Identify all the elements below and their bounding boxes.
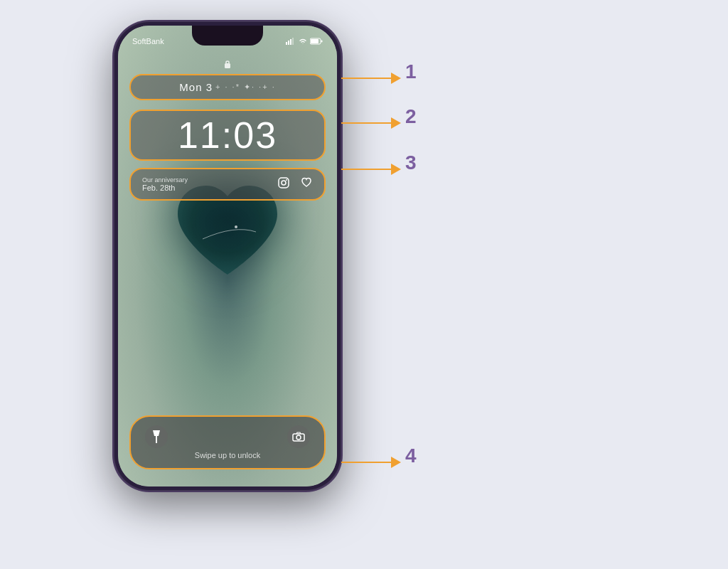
battery-icon [310, 38, 323, 45]
phone-screen: SoftBank [118, 26, 337, 486]
arrow-line-1 [341, 78, 391, 79]
arrow-line-2 [341, 122, 391, 124]
annotations: 1 2 3 4 [0, 0, 728, 569]
wifi-icon [299, 38, 307, 45]
svg-point-0 [235, 225, 237, 228]
lock-icon [224, 60, 231, 68]
annotation-1: 1 [405, 60, 417, 83]
status-bar: SoftBank [118, 26, 337, 57]
lock-icon-row [118, 60, 337, 68]
date-decoration: + · ·* ✦· ·+ · [215, 83, 276, 92]
arrow-head-4 [391, 457, 401, 468]
camera-button[interactable] [287, 425, 310, 448]
time-display: 11:03 [178, 117, 277, 154]
svg-rect-7 [321, 41, 323, 43]
date-text: Mon 3 [179, 81, 213, 93]
arrow-3 [341, 164, 401, 175]
arrow-2 [341, 117, 401, 129]
heart-icon [300, 176, 313, 192]
svg-rect-8 [225, 63, 230, 68]
anniversary-label: Our anniversary [142, 176, 188, 184]
arrow-head-3 [391, 164, 401, 175]
svg-rect-9 [279, 178, 289, 188]
annotation-2: 2 [405, 105, 417, 128]
instagram-icon [277, 176, 290, 192]
arrow-head-2 [391, 117, 401, 129]
arrow-head-1 [391, 73, 401, 84]
anniversary-icons [277, 176, 313, 192]
phone: SoftBank [114, 21, 341, 491]
svg-rect-4 [292, 38, 294, 45]
svg-point-14 [296, 435, 301, 440]
arrow-line-4 [341, 462, 391, 463]
widget-date[interactable]: Mon 3 + · ·* ✦· ·+ · [129, 74, 326, 100]
status-icons [286, 38, 323, 45]
anniversary-info: Our anniversary Feb. 28th [142, 176, 188, 192]
annotation-3: 3 [405, 151, 417, 174]
svg-rect-1 [286, 42, 287, 45]
svg-marker-12 [153, 430, 160, 443]
svg-rect-3 [290, 39, 291, 45]
swipe-text: Swipe up to unlock [195, 451, 260, 459]
svg-rect-2 [288, 41, 289, 45]
signal-icon [286, 38, 296, 45]
carrier-label: SoftBank [132, 37, 164, 46]
svg-rect-6 [311, 39, 318, 43]
widget-time[interactable]: 11:03 [129, 110, 326, 161]
anniversary-date: Feb. 28th [142, 184, 188, 192]
annotation-4: 4 [405, 445, 417, 467]
arrow-line-3 [341, 169, 391, 170]
widget-anniversary[interactable]: Our anniversary Feb. 28th [129, 168, 326, 201]
svg-point-10 [282, 181, 286, 185]
flashlight-button[interactable] [145, 425, 168, 448]
arrow-4 [341, 457, 401, 468]
bottom-bar[interactable]: Swipe up to unlock [129, 415, 326, 469]
notch [192, 26, 263, 46]
bottom-bar-icons [145, 425, 310, 448]
arrow-1 [341, 73, 401, 84]
scene: SoftBank [0, 0, 728, 569]
svg-point-11 [286, 179, 287, 181]
